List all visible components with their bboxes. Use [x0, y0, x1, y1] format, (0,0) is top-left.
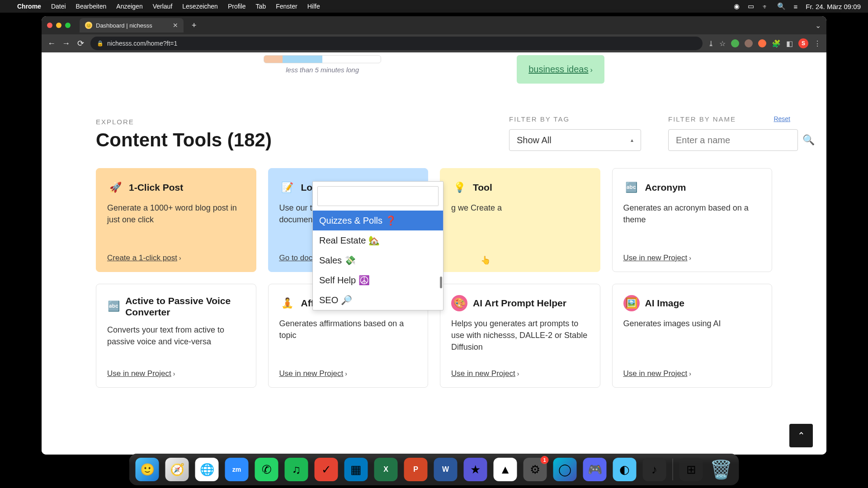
- reload-button[interactable]: ⟳: [76, 38, 85, 48]
- dock-safari[interactable]: 🧭: [165, 458, 189, 481]
- back-button[interactable]: ←: [47, 39, 56, 48]
- dock-launchpad[interactable]: ⊞: [679, 458, 703, 481]
- menu-verlauf[interactable]: Verlauf: [153, 3, 173, 10]
- dropdown-option[interactable]: Sales 💸: [313, 250, 443, 270]
- dock-discord[interactable]: 🎮: [583, 458, 607, 481]
- mac-dock: 🙂 🧭 🌐 zm ✆ ♫ ✓ ▦ X P W ★ ▲ ⚙1 ◯ 🎮 ◐ ♪ ⊞ …: [129, 454, 739, 485]
- maximize-window-icon[interactable]: [65, 23, 71, 28]
- dropdown-option[interactable]: Quizzes & Polls ❓: [313, 211, 443, 230]
- tabs-chevron-icon[interactable]: ⌄: [815, 21, 821, 30]
- dock-trash[interactable]: 🗑️: [709, 458, 733, 481]
- filter-tag-select[interactable]: Show All ▴: [509, 129, 641, 151]
- dock-chrome[interactable]: 🌐: [195, 458, 219, 481]
- extension-1-icon[interactable]: [731, 39, 739, 47]
- dropdown-scrollbar[interactable]: [440, 277, 442, 288]
- tab-favicon-icon: 😊: [85, 22, 92, 29]
- extensions-puzzle-icon[interactable]: 🧩: [772, 39, 781, 48]
- cursor-icon: 👆: [481, 255, 491, 265]
- card-title: 1-Click Post: [129, 182, 183, 193]
- extension-2-icon[interactable]: [745, 39, 753, 47]
- filter-tag-label: FILTER BY TAG: [509, 115, 641, 123]
- chevron-right-icon: ›: [590, 66, 592, 74]
- search-button-icon[interactable]: 🔍: [802, 134, 815, 146]
- control-center-icon[interactable]: ≡: [794, 3, 798, 10]
- menu-fenster[interactable]: Fenster: [276, 3, 297, 10]
- install-app-icon[interactable]: ⤓: [708, 39, 714, 48]
- search-icon[interactable]: 🔍: [777, 2, 786, 10]
- dock-word[interactable]: W: [434, 458, 458, 481]
- dock-todoist[interactable]: ✓: [315, 458, 338, 481]
- business-ideas-link[interactable]: business ideas: [528, 64, 588, 74]
- sidepanel-icon[interactable]: ◧: [786, 39, 793, 48]
- dock-app-generic2[interactable]: ♪: [643, 458, 666, 481]
- video-card[interactable]: less than 5 minutes long: [264, 55, 381, 74]
- chrome-window: 😊 Dashboard | nichesss ✕ + ⌄ ← → ⟳ 🔒 nic…: [42, 16, 826, 455]
- card-action-link[interactable]: Use in new Project›: [107, 369, 245, 378]
- dock-settings[interactable]: ⚙1: [524, 458, 547, 481]
- menu-lesezeichen[interactable]: Lesezeichen: [182, 3, 218, 10]
- dropdown-option[interactable]: Real Estate 🏡: [313, 230, 443, 250]
- tool-card[interactable]: 🚀1-Click PostGenerate a 1000+ word blog …: [96, 168, 256, 272]
- tab-close-icon[interactable]: ✕: [173, 22, 178, 29]
- card-action-link[interactable]: Use in new Project›: [623, 369, 761, 378]
- menubar-app-name[interactable]: Chrome: [17, 3, 41, 10]
- menu-tab[interactable]: Tab: [256, 3, 266, 10]
- dock-siri[interactable]: ◯: [553, 458, 577, 481]
- dropdown-list: Quizzes & Polls ❓Real Estate 🏡Sales 💸Sel…: [313, 211, 443, 310]
- video-thumbnail: [264, 55, 381, 63]
- window-traffic-lights[interactable]: [47, 23, 71, 28]
- card-action-link[interactable]: Create a 1-click post›: [107, 253, 245, 263]
- filter-name-input[interactable]: [668, 129, 798, 151]
- dock-excel[interactable]: X: [374, 458, 398, 481]
- tool-card[interactable]: 🖼️AI ImageGenerates images using AIUse i…: [612, 284, 773, 388]
- card-action-link[interactable]: Use in new Project›: [623, 253, 761, 263]
- bookmark-star-icon[interactable]: ☆: [719, 39, 726, 48]
- menu-bearbeiten[interactable]: Bearbeiten: [76, 3, 107, 10]
- address-bar[interactable]: 🔒 nichesss.com/home?ft=1: [90, 37, 703, 50]
- dock-whatsapp[interactable]: ✆: [255, 458, 278, 481]
- tab-title: Dashboard | nichesss: [96, 22, 152, 29]
- menubar-clock[interactable]: Fr. 24. März 09:09: [806, 3, 861, 10]
- chrome-menu-icon[interactable]: ⋮: [814, 39, 821, 48]
- card-icon: 💡: [451, 179, 467, 196]
- wifi-icon[interactable]: ᯤ: [762, 3, 769, 10]
- battery-icon[interactable]: ▭: [748, 2, 754, 10]
- card-description: g we Create a: [451, 202, 589, 263]
- dock-powerpoint[interactable]: P: [404, 458, 428, 481]
- dock-finder[interactable]: 🙂: [136, 458, 159, 481]
- extension-3-icon[interactable]: [758, 39, 766, 47]
- dropdown-option[interactable]: SEO 🔎: [313, 290, 443, 310]
- menu-hilfe[interactable]: Hilfe: [307, 3, 320, 10]
- chrome-tabbar: 😊 Dashboard | nichesss ✕ + ⌄: [42, 16, 826, 34]
- screencast-icon[interactable]: ◉: [734, 2, 740, 10]
- business-ideas-button[interactable]: business ideas›: [517, 55, 604, 84]
- video-caption: less than 5 minutes long: [264, 66, 381, 74]
- reset-link[interactable]: Reset: [774, 115, 790, 122]
- menu-anzeigen[interactable]: Anzeigen: [116, 3, 142, 10]
- card-description: Generate a 1000+ word blog post in just …: [107, 202, 245, 246]
- menu-datei[interactable]: Datei: [51, 3, 66, 10]
- dropdown-search-input[interactable]: [317, 186, 439, 206]
- dock-app-generic1[interactable]: ◐: [613, 458, 637, 481]
- tool-card[interactable]: 🎨AI Art Prompt HelperHelps you generates…: [440, 284, 600, 388]
- profile-avatar[interactable]: S: [798, 38, 808, 48]
- new-tab-button[interactable]: +: [188, 21, 200, 30]
- dock-trello[interactable]: ▦: [344, 458, 368, 481]
- card-action-link[interactable]: Use in new Project›: [451, 369, 589, 378]
- tool-card[interactable]: 🔤AcronymGenerates an acronym based on a …: [612, 168, 773, 272]
- filter-tag-dropdown[interactable]: Quizzes & Polls ❓Real Estate 🏡Sales 💸Sel…: [312, 181, 443, 310]
- browser-tab[interactable]: 😊 Dashboard | nichesss ✕: [80, 18, 184, 33]
- dock-zoom[interactable]: zm: [225, 458, 249, 481]
- minimize-window-icon[interactable]: [56, 23, 61, 28]
- dock-drive[interactable]: ▲: [494, 458, 517, 481]
- card-action-link[interactable]: Use in new Project›: [279, 369, 417, 378]
- dropdown-option[interactable]: Self Help ☮️: [313, 270, 443, 290]
- scroll-to-top-button[interactable]: ⌃: [789, 424, 813, 447]
- forward-button[interactable]: →: [61, 39, 71, 48]
- tool-card[interactable]: 🔤Active to Passive Voice ConverterConver…: [96, 284, 256, 388]
- dock-imovie[interactable]: ★: [464, 458, 487, 481]
- close-window-icon[interactable]: [47, 23, 52, 28]
- dock-spotify[interactable]: ♫: [285, 458, 308, 481]
- menu-profile[interactable]: Profile: [228, 3, 246, 10]
- tool-card[interactable]: 💡Toolg we Create a: [440, 168, 600, 272]
